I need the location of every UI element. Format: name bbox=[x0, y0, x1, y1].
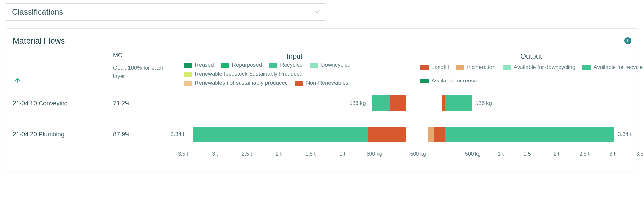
legend-swatch bbox=[184, 81, 192, 86]
legend-label: Available for recycle bbox=[593, 64, 643, 71]
legend-item: Available for recycle bbox=[582, 62, 643, 73]
mci-goal: Goal: 100% for each layer bbox=[113, 60, 175, 88]
axis-tick: 1.5 t bbox=[306, 151, 316, 157]
axis-tick: 1.5 t bbox=[523, 151, 533, 157]
info-icon[interactable]: i bbox=[624, 37, 631, 44]
legend-item: Non-Renewables bbox=[295, 80, 348, 86]
bar-segment bbox=[445, 95, 472, 111]
row-label: 21-04 10 Conveying bbox=[13, 88, 110, 119]
axis-tick: 1 t bbox=[498, 151, 504, 157]
arrow-up-icon bbox=[14, 77, 21, 84]
axis-tick: 2 t bbox=[276, 151, 282, 157]
input-bar-row: 536 kg bbox=[178, 95, 411, 111]
bar-total-label: 3.34 t bbox=[170, 126, 184, 142]
bar-segment bbox=[442, 95, 445, 111]
row-label: 21-04 20 Plumbing bbox=[13, 119, 110, 150]
legend-label: Landfill bbox=[431, 64, 449, 71]
axis-tick: 1 t bbox=[340, 151, 345, 157]
legend-label: Renewable feedstock Sustainably Produced bbox=[195, 71, 303, 77]
legend-item: Recycled bbox=[269, 62, 303, 68]
row-mci: 71.2% bbox=[113, 88, 175, 119]
legend-label: Downcycled bbox=[321, 62, 351, 68]
legend-item: Landfill bbox=[420, 62, 449, 73]
legend-swatch bbox=[221, 63, 229, 68]
legend-swatch bbox=[184, 72, 192, 77]
axis-tick: 2.5 t bbox=[579, 151, 589, 157]
legend-item: Reused bbox=[184, 62, 214, 68]
legend-label: Available for reuse bbox=[431, 78, 477, 84]
col-mci: MCI bbox=[113, 51, 175, 60]
col-input: Input bbox=[178, 51, 411, 60]
axis-tick: 2 t bbox=[554, 151, 559, 157]
legend-label: Repurposed bbox=[232, 62, 262, 68]
classifications-select[interactable]: Classifications bbox=[5, 3, 327, 21]
material-flows-card: Material Flows i MCI Input Output Goal: … bbox=[5, 28, 639, 171]
legend-swatch bbox=[420, 79, 429, 83]
legend-item: Repurposed bbox=[221, 62, 262, 68]
axis-tick: 3 t bbox=[212, 151, 218, 157]
bar-segment bbox=[372, 95, 390, 111]
chevron-down-icon bbox=[315, 10, 320, 14]
legend-output: LandfillIncinerationAvailable for downcy… bbox=[415, 60, 644, 88]
axis-tick: 3.5 t bbox=[178, 151, 188, 157]
bar-segment bbox=[428, 126, 434, 142]
axis-tick: 500 kg bbox=[465, 151, 481, 157]
legend-swatch bbox=[456, 65, 464, 70]
legend-swatch bbox=[420, 65, 429, 70]
legend-item: Renewables not sustainably produced bbox=[184, 80, 288, 86]
legend-item: Incineration bbox=[456, 62, 496, 73]
bar-total-label: 536 kg bbox=[475, 95, 492, 111]
legend-input: ReusedRepurposedRecycledDowncycledRenewa… bbox=[178, 60, 411, 88]
axis-tick: 3 t bbox=[609, 151, 615, 157]
card-title: Material Flows bbox=[13, 36, 65, 46]
output-bar-row: 3.34 t bbox=[415, 126, 644, 142]
bar-total-label: 3.34 t bbox=[618, 126, 632, 142]
row-mci: 87.9% bbox=[113, 119, 175, 150]
col-output: Output bbox=[415, 51, 644, 60]
axis-tick: -500 kg bbox=[408, 151, 426, 157]
legend-label: Incineration bbox=[467, 64, 496, 71]
legend-swatch bbox=[310, 63, 318, 68]
bar-segment bbox=[445, 126, 614, 142]
output-bar-row: 536 kg bbox=[415, 95, 644, 111]
bar-segment bbox=[368, 126, 406, 142]
legend-item: Downcycled bbox=[310, 62, 351, 68]
bar-segment bbox=[434, 126, 445, 142]
legend-label: Non-Renewables bbox=[306, 80, 348, 86]
bar-segment bbox=[390, 95, 406, 111]
legend-label: Available for downcycling bbox=[514, 64, 576, 71]
legend-item: Available for reuse bbox=[420, 75, 477, 86]
bar-total-label: 536 kg bbox=[349, 95, 366, 111]
legend-swatch bbox=[503, 65, 511, 70]
legend-swatch bbox=[269, 63, 277, 68]
axis-tick: 500 kg bbox=[367, 151, 382, 157]
sort-ascending-button[interactable] bbox=[13, 75, 22, 85]
legend-label: Reused bbox=[195, 62, 214, 68]
legend-swatch bbox=[295, 81, 303, 86]
input-bar-row: 3.34 t bbox=[178, 126, 411, 142]
legend-item: Available for downcycling bbox=[503, 62, 576, 73]
legend-swatch bbox=[184, 63, 192, 68]
bar-segment bbox=[193, 126, 368, 142]
legend-label: Recycled bbox=[280, 62, 303, 68]
legend-item: Renewable feedstock Sustainably Produced bbox=[184, 71, 303, 77]
legend-swatch bbox=[582, 65, 591, 70]
axis-tick: 2.5 t bbox=[242, 151, 252, 157]
axis-tick: 3.5 t bbox=[636, 151, 644, 163]
legend-label: Renewables not sustainably produced bbox=[195, 80, 288, 86]
select-label: Classifications bbox=[12, 7, 63, 16]
